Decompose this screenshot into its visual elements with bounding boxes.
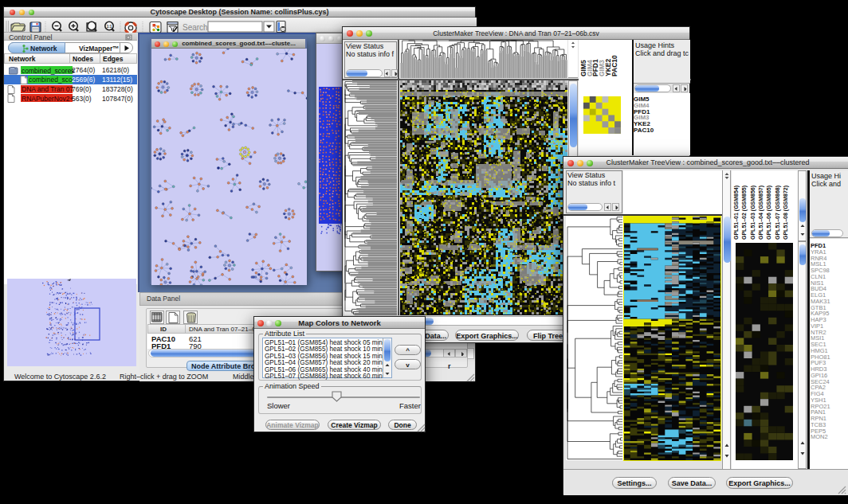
svg-text:1:1: 1:1 [107, 25, 112, 29]
svg-text:Search:: Search: [183, 23, 210, 32]
